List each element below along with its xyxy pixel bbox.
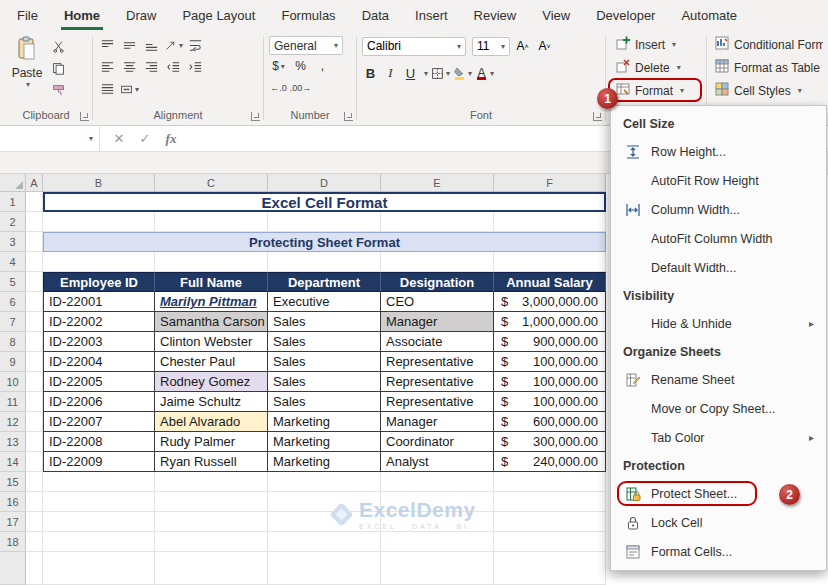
cell[interactable] <box>155 472 268 492</box>
tab-automate[interactable]: Automate <box>668 0 750 30</box>
table-cell[interactable]: Chester Paul <box>155 352 268 372</box>
row-header[interactable]: 8 <box>0 332 26 352</box>
row-header[interactable]: 12 <box>0 412 26 432</box>
row-header[interactable]: 5 <box>0 272 26 292</box>
table-cell[interactable]: Marketing <box>268 452 381 472</box>
cell[interactable] <box>26 192 43 212</box>
cell[interactable] <box>43 252 155 272</box>
table-cell[interactable]: $3,000,000.00 <box>494 292 606 312</box>
table-cell[interactable]: Clinton Webster <box>155 332 268 352</box>
column-header[interactable]: F <box>494 174 606 192</box>
alignment-dialog-launcher-icon[interactable] <box>251 112 260 121</box>
cell[interactable] <box>26 452 43 472</box>
table-cell[interactable]: Abel Alvarado <box>155 412 268 432</box>
cell[interactable] <box>26 392 43 412</box>
cell[interactable] <box>268 472 381 492</box>
align-bottom-icon[interactable] <box>142 36 161 55</box>
align-center-icon[interactable] <box>120 58 139 77</box>
cell[interactable] <box>26 252 43 272</box>
orientation-icon[interactable]: ▾ <box>164 36 183 55</box>
align-left-icon[interactable] <box>98 58 117 77</box>
table-cell[interactable]: $600,000.00 <box>494 412 606 432</box>
cell[interactable] <box>494 492 606 512</box>
table-cell[interactable]: Coordinator <box>381 432 494 452</box>
title-cell[interactable]: Excel Cell Format <box>43 192 606 212</box>
table-cell[interactable]: Marketing <box>268 432 381 452</box>
menu-item-row-height[interactable]: Row Height... <box>611 137 826 166</box>
cell[interactable] <box>26 352 43 372</box>
cell[interactable] <box>26 552 43 585</box>
table-cell[interactable]: Analyst <box>381 452 494 472</box>
cell[interactable] <box>155 492 268 512</box>
copy-icon[interactable] <box>49 59 68 78</box>
cell[interactable] <box>494 532 606 552</box>
tab-view[interactable]: View <box>529 0 583 30</box>
table-cell[interactable]: ID-22001 <box>43 292 155 312</box>
insert-function-icon[interactable]: fx <box>158 126 184 151</box>
font-color-icon[interactable]: A▾ <box>475 64 494 83</box>
table-cell[interactable]: Jaime Schultz <box>155 392 268 412</box>
cell[interactable] <box>155 552 268 585</box>
row-header[interactable]: 11 <box>0 392 26 412</box>
cell[interactable] <box>26 492 43 512</box>
cell[interactable] <box>26 332 43 352</box>
cell[interactable] <box>26 412 43 432</box>
cell[interactable] <box>26 312 43 332</box>
tab-file[interactable]: File <box>4 0 51 30</box>
cell[interactable] <box>381 552 494 585</box>
tab-draw[interactable]: Draw <box>113 0 169 30</box>
tab-data[interactable]: Data <box>349 0 402 30</box>
menu-item-move-or-copy-sheet[interactable]: Move or Copy Sheet... <box>611 394 826 423</box>
underline-button[interactable]: U <box>402 64 419 83</box>
table-cell[interactable]: Sales <box>268 352 381 372</box>
merge-center-icon[interactable]: ▾ <box>120 80 139 99</box>
align-middle-icon[interactable] <box>120 36 139 55</box>
cell[interactable] <box>381 212 494 232</box>
number-format-select[interactable]: General ▾ <box>269 36 343 55</box>
cell[interactable] <box>43 492 155 512</box>
table-cell[interactable]: Marilyn Pittman <box>155 292 268 312</box>
menu-item-autofit-column-width[interactable]: AutoFit Column Width <box>611 224 826 253</box>
insert-cells-button[interactable]: Insert ▾ <box>611 34 701 55</box>
table-cell[interactable]: $100,000.00 <box>494 372 606 392</box>
table-cell[interactable]: ID-22007 <box>43 412 155 432</box>
subtitle-cell[interactable]: Protecting Sheet Format <box>43 232 606 252</box>
table-cell[interactable]: ID-22004 <box>43 352 155 372</box>
table-cell[interactable]: Sales <box>268 392 381 412</box>
table-cell[interactable]: Manager <box>381 412 494 432</box>
table-cell[interactable]: CEO <box>381 292 494 312</box>
row-header[interactable]: 3 <box>0 232 26 252</box>
cell[interactable] <box>26 232 43 252</box>
italic-button[interactable]: I <box>382 64 399 83</box>
row-header[interactable]: 14 <box>0 452 26 472</box>
cell[interactable] <box>494 512 606 532</box>
tab-home[interactable]: Home <box>51 0 113 30</box>
delete-cells-button[interactable]: Delete ▾ <box>611 57 701 78</box>
number-dialog-launcher-icon[interactable] <box>344 112 353 121</box>
table-cell[interactable]: ID-22005 <box>43 372 155 392</box>
row-header[interactable]: 2 <box>0 212 26 232</box>
row-header[interactable]: 15 <box>0 472 26 492</box>
cut-icon[interactable] <box>49 37 68 56</box>
font-dialog-launcher-icon[interactable] <box>593 112 602 121</box>
table-cell[interactable]: Sales <box>268 372 381 392</box>
table-cell[interactable]: Representative <box>381 392 494 412</box>
align-top-icon[interactable] <box>98 36 117 55</box>
bold-button[interactable]: B <box>362 64 379 83</box>
table-cell[interactable]: Rodney Gomez <box>155 372 268 392</box>
table-cell[interactable]: Representative <box>381 372 494 392</box>
cell[interactable] <box>494 212 606 232</box>
table-cell[interactable]: Associate <box>381 332 494 352</box>
cell[interactable] <box>494 552 606 585</box>
font-name-select[interactable]: Calibri ▾ <box>362 37 466 56</box>
row-header[interactable]: 6 <box>0 292 26 312</box>
row-header[interactable]: 10 <box>0 372 26 392</box>
cell[interactable] <box>155 212 268 232</box>
cell[interactable] <box>381 472 494 492</box>
table-cell[interactable]: Sales <box>268 312 381 332</box>
format-as-table-button[interactable]: Format as Table ▾ <box>712 57 823 78</box>
cell[interactable] <box>268 252 381 272</box>
row-header[interactable]: 1 <box>0 192 26 212</box>
cell[interactable] <box>26 532 43 552</box>
comma-style-icon[interactable]: , <box>313 57 332 76</box>
